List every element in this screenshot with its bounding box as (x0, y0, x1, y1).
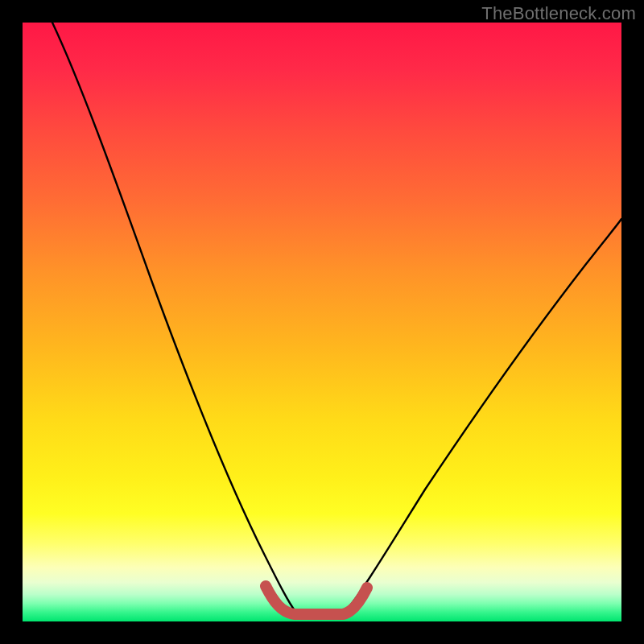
watermark-text: TheBottleneck.com (481, 3, 636, 24)
chart-frame: TheBottleneck.com (0, 0, 644, 644)
left-curve (52, 23, 296, 613)
right-curve (345, 219, 621, 613)
valley-highlight (266, 586, 367, 614)
gradient-plot-area (23, 23, 621, 621)
curve-overlay (23, 23, 621, 621)
